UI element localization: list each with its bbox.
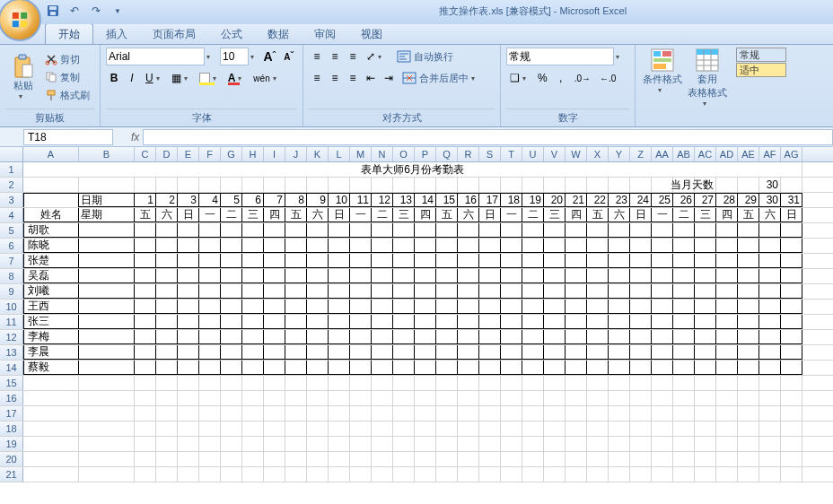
cell[interactable] [738, 421, 759, 436]
cell[interactable] [415, 178, 436, 192]
cell[interactable] [350, 223, 372, 238]
cell[interactable] [264, 452, 285, 466]
cell[interactable] [264, 269, 285, 283]
weekday-cell[interactable]: 六 [307, 208, 329, 222]
cell[interactable] [221, 315, 242, 329]
cell[interactable] [393, 345, 415, 360]
border-button[interactable]: ▦▾ [168, 69, 194, 87]
cell[interactable] [673, 330, 695, 344]
cell[interactable] [264, 361, 285, 375]
cell[interactable] [23, 437, 79, 451]
cell[interactable] [458, 315, 479, 329]
cell[interactable] [458, 330, 479, 344]
cell[interactable] [307, 421, 329, 436]
cell[interactable] [716, 254, 738, 268]
cell[interactable] [242, 376, 264, 390]
cell[interactable] [285, 376, 307, 390]
cell[interactable] [156, 391, 178, 405]
date-cell[interactable]: 20 [544, 193, 566, 207]
cell[interactable] [522, 330, 544, 344]
cell[interactable] [199, 300, 221, 314]
cell[interactable] [242, 300, 264, 314]
cell[interactable] [436, 361, 458, 375]
cell[interactable] [178, 223, 199, 238]
cell[interactable] [522, 239, 544, 253]
weekday-cell[interactable]: 五 [436, 208, 458, 222]
date-cell[interactable]: 7 [264, 193, 285, 207]
align-middle-button[interactable]: ≡ [327, 48, 343, 65]
cell[interactable] [781, 376, 802, 390]
percent-button[interactable]: % [534, 69, 551, 87]
cell[interactable] [630, 345, 652, 360]
cell[interactable] [587, 239, 609, 253]
date-cell[interactable]: 27 [695, 193, 716, 207]
cell[interactable] [738, 467, 759, 482]
cell[interactable] [436, 437, 458, 451]
cell[interactable] [372, 376, 393, 390]
cell[interactable] [178, 178, 199, 192]
cell[interactable] [178, 467, 199, 482]
cell[interactable] [221, 178, 242, 192]
cell[interactable] [501, 315, 522, 329]
cell[interactable] [630, 269, 652, 283]
cell[interactable] [285, 437, 307, 451]
cell[interactable] [738, 284, 759, 299]
cell[interactable] [759, 391, 781, 405]
cell[interactable] [135, 421, 156, 436]
cell[interactable] [372, 284, 393, 299]
cell[interactable] [587, 269, 609, 283]
cell[interactable] [393, 315, 415, 329]
conditional-format-button[interactable]: 条件格式▾ [641, 48, 684, 94]
cell[interactable] [544, 406, 566, 421]
cell[interactable] [652, 269, 673, 283]
cell[interactable] [415, 345, 436, 360]
cell[interactable] [738, 178, 759, 192]
cell[interactable] [587, 330, 609, 344]
name-cell[interactable]: 吴磊 [23, 269, 79, 283]
cell[interactable] [264, 315, 285, 329]
cell[interactable] [264, 178, 285, 192]
cell[interactable] [156, 239, 178, 253]
number-format-select[interactable] [506, 48, 614, 65]
cell[interactable] [221, 406, 242, 421]
tab-review[interactable]: 审阅 [302, 24, 348, 44]
date-cell[interactable]: 3 [178, 193, 199, 207]
cell[interactable] [566, 452, 587, 466]
cell[interactable] [199, 437, 221, 451]
weekday-cell[interactable]: 四 [716, 208, 738, 222]
cell[interactable] [329, 467, 350, 482]
weekday-cell[interactable]: 五 [135, 208, 156, 222]
cell[interactable] [609, 452, 630, 466]
cell[interactable]: 30 [759, 178, 781, 192]
cell[interactable] [458, 239, 479, 253]
cell[interactable] [135, 223, 156, 238]
cell[interactable] [759, 452, 781, 466]
cell[interactable] [458, 254, 479, 268]
cell[interactable] [242, 452, 264, 466]
cell[interactable] [79, 376, 135, 390]
cell[interactable] [609, 254, 630, 268]
cell[interactable] [79, 239, 135, 253]
cell[interactable] [522, 452, 544, 466]
cell[interactable] [350, 284, 372, 299]
cell[interactable] [759, 467, 781, 482]
cell[interactable] [178, 284, 199, 299]
date-cell[interactable]: 9 [307, 193, 329, 207]
cell[interactable] [436, 300, 458, 314]
date-cell[interactable]: 23 [609, 193, 630, 207]
cell[interactable] [23, 391, 79, 405]
cell[interactable] [79, 452, 135, 466]
cell[interactable] [695, 239, 716, 253]
cell[interactable] [285, 254, 307, 268]
cell[interactable] [393, 376, 415, 390]
cell[interactable] [479, 452, 501, 466]
cell[interactable] [329, 406, 350, 421]
cell[interactable] [738, 345, 759, 360]
weekday-cell[interactable]: 日 [329, 208, 350, 222]
cell[interactable] [23, 178, 79, 192]
cell[interactable] [436, 452, 458, 466]
cell[interactable] [221, 361, 242, 375]
cell[interactable] [501, 467, 522, 482]
weekday-cell[interactable]: 六 [609, 208, 630, 222]
cell[interactable] [609, 239, 630, 253]
